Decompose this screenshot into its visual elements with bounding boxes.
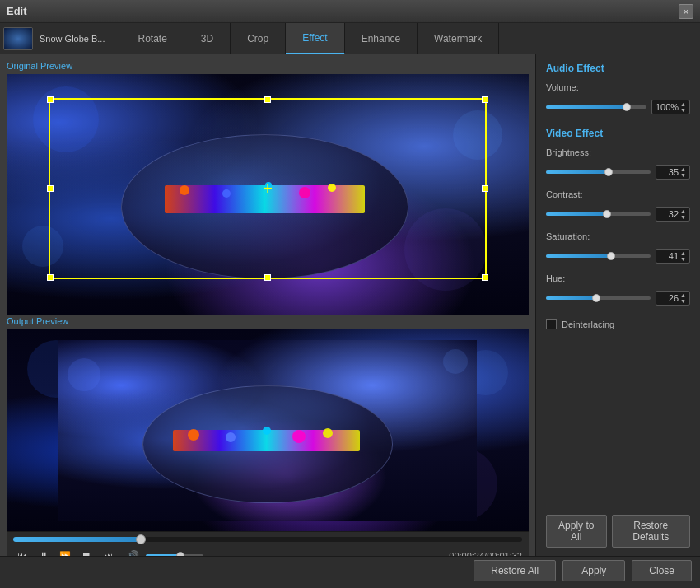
volume-handle[interactable] (176, 552, 184, 556)
restore-all-button[interactable]: Restore All (474, 560, 556, 581)
hue-value-box[interactable]: 26 ▲ ▼ (656, 291, 690, 306)
volume-slider-thumb[interactable] (623, 103, 631, 111)
restore-defaults-button[interactable]: Restore Defaults (612, 515, 690, 548)
original-preview-area: + (7, 74, 529, 315)
saturation-down-arrow[interactable]: ▼ (680, 256, 686, 262)
contrast-value: 32 (660, 209, 679, 219)
contrast-up-arrow[interactable]: ▲ (680, 208, 686, 214)
controls-bar: ⏮ ⏸ ⏩ ⏹ ⏭ 🔊 00:00:24/00:01:32 (7, 531, 529, 556)
progress-handle[interactable] (136, 534, 146, 544)
hue-arrows[interactable]: ▲ ▼ (680, 292, 686, 304)
saturation-up-arrow[interactable]: ▲ (680, 250, 686, 256)
effects-panel: Audio Effect Volume: 100% ▲ ▼ Video Effe… (535, 54, 700, 556)
brightness-down-arrow[interactable]: ▼ (680, 172, 686, 178)
progress-bar[interactable] (13, 537, 522, 542)
saturation-slider-thumb[interactable] (607, 252, 615, 260)
title-bar: Edit × (0, 0, 700, 23)
skip-back-button[interactable]: ⏮ (13, 547, 31, 556)
volume-value-box[interactable]: 100% ▲ ▼ (651, 100, 690, 114)
close-dialog-button[interactable]: Close (632, 560, 692, 581)
brightness-label: Brightness: (546, 147, 690, 157)
output-preview-section: Output Preview (7, 316, 529, 531)
volume-arrows[interactable]: ▲ ▼ (680, 101, 686, 113)
hue-label: Hue: (546, 273, 690, 283)
hue-slider-track[interactable] (546, 296, 651, 300)
contrast-label: Contrast: (546, 189, 690, 199)
volume-label: Volume: (546, 82, 690, 92)
tab-enhance[interactable]: Enhance (345, 23, 418, 54)
deinterlace-row: Deinterlacing (546, 319, 690, 329)
saturation-slider-row: 41 ▲ ▼ (546, 249, 690, 264)
deinterlace-label: Deinterlacing (562, 320, 614, 329)
inner-bokeh-2 (443, 349, 468, 374)
contrast-slider-thumb[interactable] (603, 210, 611, 218)
content-area: Original Preview (0, 54, 700, 556)
brightness-slider-fill (546, 170, 609, 174)
apply-to-all-button[interactable]: Apply to All (546, 515, 607, 548)
volume-slider-row: 100% ▲ ▼ (546, 100, 690, 114)
tab-crop[interactable]: Crop (231, 23, 286, 54)
preview-panel: Original Preview (0, 54, 535, 556)
contrast-slider-track[interactable] (546, 212, 651, 216)
tab-watermark[interactable]: Watermark (418, 23, 499, 54)
hue-value: 26 (660, 293, 679, 303)
contrast-arrows[interactable]: ▲ ▼ (680, 208, 686, 220)
tab-effect[interactable]: Effect (286, 23, 344, 54)
bokeh-1 (33, 86, 99, 152)
volume-down-arrow[interactable]: ▼ (680, 107, 686, 113)
bottom-action-bar: Restore All Apply Close (0, 556, 700, 588)
brightness-value-box[interactable]: 35 ▲ ▼ (656, 165, 690, 180)
hue-slider-row: 26 ▲ ▼ (546, 291, 690, 306)
volume-icon: 🔊 (127, 550, 139, 556)
tab-3d[interactable]: 3D (184, 23, 231, 54)
brightness-up-arrow[interactable]: ▲ (680, 166, 686, 172)
saturation-label: Saturation: (546, 231, 690, 241)
tab-bar: Snow Globe B... Rotate 3D Crop Effect En… (0, 23, 700, 54)
original-preview-section: Original Preview (7, 61, 529, 315)
brightness-slider-thumb[interactable] (604, 168, 613, 176)
hue-up-arrow[interactable]: ▲ (680, 292, 686, 298)
play-pause-button[interactable]: ⏸ (35, 547, 53, 556)
saturation-slider-fill (546, 254, 611, 258)
output-preview-area (7, 329, 529, 531)
close-window-button[interactable]: × (679, 4, 693, 19)
volume-slider-fill (546, 105, 627, 109)
fast-forward-button[interactable]: ⏩ (56, 547, 74, 556)
stop-button[interactable]: ⏹ (77, 547, 96, 556)
main-container: Snow Globe B... Rotate 3D Crop Effect En… (0, 23, 700, 588)
apply-button[interactable]: Apply (562, 560, 625, 581)
output-preview-label: Output Preview (7, 316, 529, 326)
saturation-value: 41 (660, 251, 679, 261)
window-title: Edit (7, 5, 27, 17)
bokeh-4 (22, 226, 63, 267)
contrast-value-box[interactable]: 32 ▲ ▼ (656, 207, 690, 222)
contrast-slider-fill (546, 212, 607, 216)
hue-down-arrow[interactable]: ▼ (680, 298, 686, 304)
original-preview-label: Original Preview (7, 61, 529, 71)
bokeh-3 (404, 208, 487, 291)
volume-up-arrow[interactable]: ▲ (680, 101, 686, 107)
file-label: Snow Globe B... (40, 34, 105, 44)
video-effect-title: Video Effect (546, 128, 690, 139)
apply-restore-row: Apply to All Restore Defaults (546, 508, 690, 548)
globe-original (121, 134, 408, 278)
brightness-arrows[interactable]: ▲ ▼ (680, 166, 686, 178)
volume-value: 100% (656, 102, 679, 112)
contrast-slider-row: 32 ▲ ▼ (546, 207, 690, 222)
deinterlace-checkbox[interactable] (546, 319, 557, 329)
output-video-inner (58, 340, 476, 521)
saturation-value-box[interactable]: 41 ▲ ▼ (656, 249, 690, 264)
main-action-row: Restore All Apply Close (0, 557, 700, 588)
tab-rotate[interactable]: Rotate (122, 23, 184, 54)
file-thumbnail (3, 27, 33, 50)
saturation-arrows[interactable]: ▲ ▼ (680, 250, 686, 262)
volume-slider[interactable] (146, 554, 203, 556)
volume-slider-track[interactable] (546, 105, 646, 109)
saturation-slider-track[interactable] (546, 254, 651, 258)
hue-slider-thumb[interactable] (592, 294, 600, 302)
brightness-value: 35 (660, 167, 679, 177)
bokeh-2 (453, 110, 502, 160)
contrast-down-arrow[interactable]: ▼ (680, 214, 686, 220)
brightness-slider-track[interactable] (546, 170, 651, 174)
skip-end-button[interactable]: ⏭ (99, 547, 117, 556)
